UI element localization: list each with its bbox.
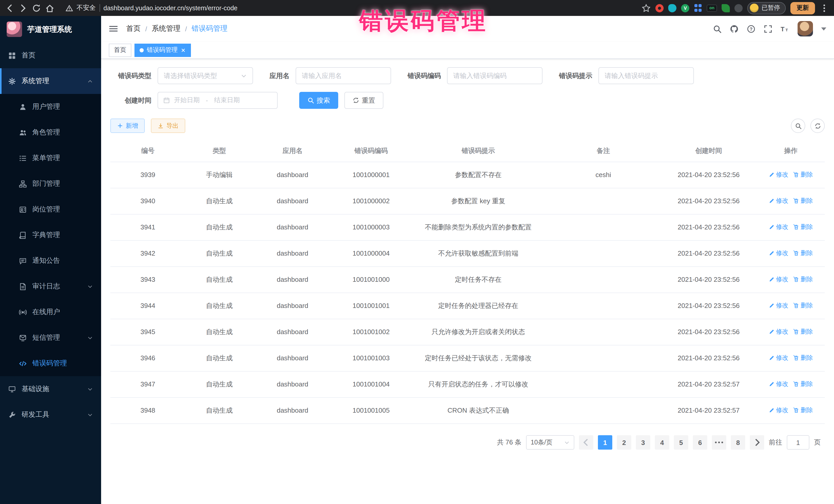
page-jump-input[interactable] — [787, 435, 809, 450]
update-button[interactable]: 更新 — [790, 2, 815, 14]
back-icon[interactable] — [5, 3, 14, 13]
delete-link[interactable]: 删除 — [793, 196, 813, 205]
cell-message: 只允许修改为开启或者关闭状态 — [410, 320, 546, 345]
reload-icon[interactable] — [32, 3, 41, 13]
export-button[interactable]: 导出 — [151, 118, 185, 133]
sidebar-item[interactable]: 审计日志 — [0, 273, 101, 299]
sidebar-item[interactable]: 岗位管理 — [0, 197, 101, 222]
home-icon[interactable] — [45, 3, 54, 13]
prev-page-button[interactable] — [579, 435, 593, 450]
next-page-button[interactable] — [750, 435, 764, 450]
page-button-2[interactable]: 2 — [617, 435, 631, 450]
page-button-3[interactable]: 3 — [636, 435, 650, 450]
sidebar-item[interactable]: 菜单管理 — [0, 145, 101, 171]
sidebar-item[interactable]: 错误码管理 — [0, 351, 101, 376]
address-bar[interactable]: 不安全 dashboard.yudao.iocoder.cn/system/er… — [66, 4, 637, 12]
kebab-menu-icon[interactable] — [820, 3, 829, 13]
sidebar-item[interactable]: 角色管理 — [0, 119, 101, 145]
hamburger-icon[interactable] — [109, 24, 118, 34]
cell-message: 参数配置不存在 — [410, 162, 546, 188]
sidebar-item[interactable]: 在线用户 — [0, 299, 101, 325]
table-row: 3944自动生成dashboard1001001001定时任务的处理器已经存在2… — [110, 293, 825, 319]
error-msg-input[interactable] — [598, 67, 694, 84]
edit-link[interactable]: 修改 — [769, 379, 788, 389]
sidebar-item[interactable]: 用户管理 — [0, 94, 101, 119]
edit-link[interactable]: 修改 — [769, 353, 788, 363]
page-button-1[interactable]: 1 — [598, 435, 612, 450]
delete-link[interactable]: 删除 — [793, 327, 813, 336]
extension-vue-icon[interactable]: V — [681, 4, 689, 12]
caret-down-icon[interactable] — [821, 27, 826, 30]
extension-leaf-icon[interactable] — [722, 4, 730, 12]
delete-link[interactable]: 删除 — [793, 353, 813, 363]
extension-grid-icon[interactable] — [694, 4, 702, 12]
cell-message: 不能删除类型为系统内置的参数配置 — [410, 215, 546, 240]
cell-app: dashboard — [253, 189, 332, 214]
breadcrumb-system[interactable]: 系统管理 — [152, 24, 180, 34]
forward-icon[interactable] — [19, 3, 28, 13]
edit-link[interactable]: 修改 — [769, 170, 788, 179]
fullscreen-icon[interactable] — [764, 24, 772, 33]
search-icon[interactable] — [713, 24, 722, 33]
edit-icon — [769, 198, 774, 203]
page-button-4[interactable]: 4 — [655, 435, 669, 450]
page-button-6[interactable]: 6 — [693, 435, 707, 450]
sidebar-item[interactable]: 系统管理 — [0, 68, 101, 94]
reset-button[interactable]: 重置 — [344, 92, 383, 109]
delete-link[interactable]: 删除 — [793, 301, 813, 310]
edit-link[interactable]: 修改 — [769, 222, 788, 232]
refresh-table-button[interactable] — [810, 118, 825, 133]
range-separator: - — [206, 97, 208, 104]
delete-link[interactable]: 删除 — [793, 379, 813, 389]
font-size-icon[interactable]: TT — [781, 24, 789, 33]
add-button[interactable]: 新增 — [110, 118, 145, 133]
help-icon[interactable]: ? — [747, 24, 755, 33]
delete-link[interactable]: 删除 — [793, 275, 813, 284]
github-icon[interactable] — [730, 24, 739, 33]
sidebar-item[interactable]: 部门管理 — [0, 171, 101, 197]
page-size-select[interactable]: 10条/页 — [526, 435, 574, 450]
toggle-search-button[interactable] — [791, 118, 805, 133]
sidebar-item[interactable]: 短信管理 — [0, 325, 101, 351]
page-button-8[interactable]: 8 — [731, 435, 745, 450]
search-button[interactable]: 搜索 — [299, 92, 338, 109]
edit-link[interactable]: 修改 — [769, 196, 788, 205]
delete-link[interactable]: 删除 — [793, 406, 813, 415]
page-button-5[interactable]: 5 — [674, 435, 688, 450]
sidebar-item[interactable]: 首页 — [0, 43, 101, 68]
logo-avatar — [7, 22, 22, 37]
tab-home[interactable]: 首页 — [109, 43, 131, 57]
logo[interactable]: 芋道管理系统 — [0, 16, 101, 43]
edit-link[interactable]: 修改 — [769, 301, 788, 310]
error-code-input[interactable] — [447, 67, 543, 84]
bookmark-star-icon[interactable] — [641, 3, 651, 13]
extension-paw-icon[interactable] — [734, 4, 743, 12]
sidebar-item[interactable]: 通知公告 — [0, 248, 101, 273]
breadcrumb-home[interactable]: 首页 — [126, 24, 140, 34]
date-range-picker[interactable]: 开始日期 - 结束日期 — [158, 92, 278, 109]
delete-link[interactable]: 删除 — [793, 222, 813, 232]
edit-link[interactable]: 修改 — [769, 275, 788, 284]
sidebar-item[interactable]: 基础设施 — [0, 376, 101, 402]
error-type-select[interactable]: 请选择错误码类型 — [158, 67, 253, 84]
user-avatar[interactable] — [797, 21, 813, 37]
sidebar-item[interactable]: 研发工具 — [0, 402, 101, 428]
edit-link[interactable]: 修改 — [769, 327, 788, 336]
trash-icon — [793, 198, 799, 203]
browser-actions: V on 已暂停 更新 — [641, 2, 829, 14]
edit-link[interactable]: 修改 — [769, 248, 788, 258]
delete-link[interactable]: 删除 — [793, 248, 813, 258]
profile-paused-badge[interactable]: 已暂停 — [747, 2, 786, 14]
edit-link[interactable]: 修改 — [769, 406, 788, 415]
more-pages-button[interactable] — [712, 435, 726, 450]
extension-record-icon[interactable] — [655, 4, 664, 12]
app-name-input[interactable] — [295, 67, 391, 84]
extension-seo-icon[interactable]: on — [707, 4, 717, 12]
cell-message: 只有开启状态的任务，才可以修改 — [410, 372, 546, 397]
breadcrumb-separator: / — [185, 25, 187, 32]
extension-drop-icon[interactable] — [668, 4, 676, 12]
sidebar-item[interactable]: 字典管理 — [0, 222, 101, 248]
close-icon[interactable] — [181, 47, 186, 52]
tab-error-code[interactable]: 错误码管理 — [134, 43, 191, 57]
delete-link[interactable]: 删除 — [793, 170, 813, 179]
